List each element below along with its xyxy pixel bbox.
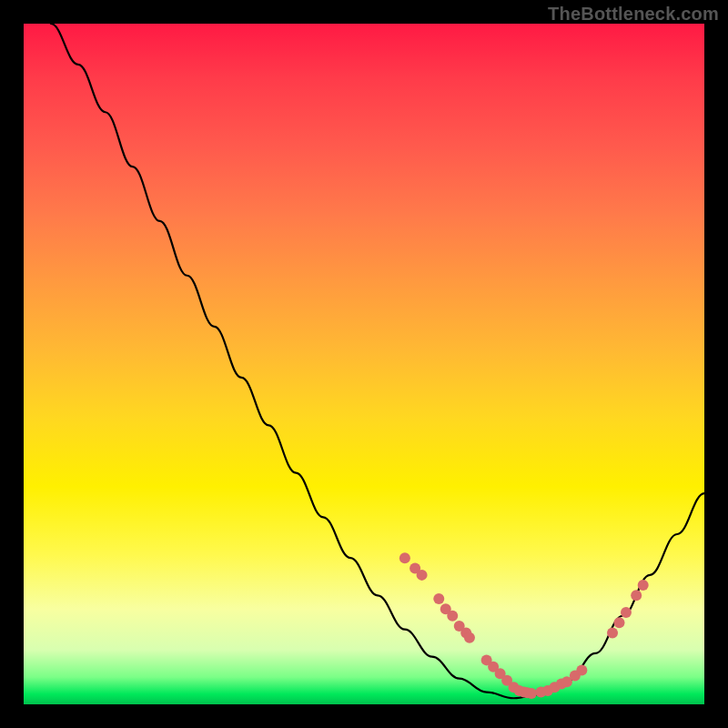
data-marker xyxy=(621,607,632,618)
data-marker xyxy=(433,593,444,604)
data-marker xyxy=(417,570,428,581)
plot-area xyxy=(24,24,704,704)
data-marker xyxy=(631,590,642,601)
data-marker xyxy=(614,617,625,628)
curve-layer xyxy=(24,24,704,704)
data-marker xyxy=(464,632,475,643)
bottleneck-curve xyxy=(51,24,704,698)
data-marker xyxy=(576,665,587,676)
data-marker xyxy=(526,688,537,699)
data-markers xyxy=(399,552,649,699)
attribution-text: TheBottleneck.com xyxy=(548,4,719,25)
data-marker xyxy=(447,611,458,622)
data-marker xyxy=(399,552,410,563)
chart-container: TheBottleneck.com xyxy=(0,0,728,728)
data-marker xyxy=(607,627,618,638)
data-marker xyxy=(638,580,649,591)
